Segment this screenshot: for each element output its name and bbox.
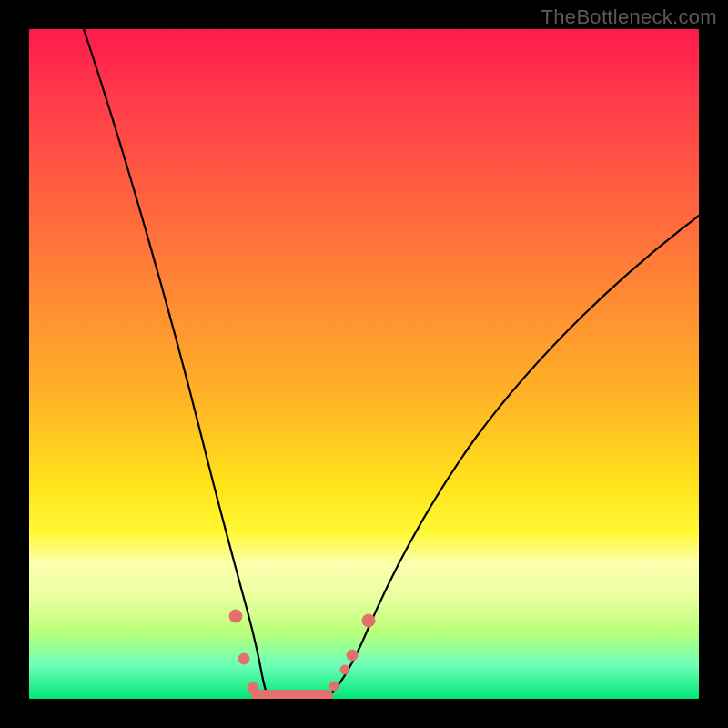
marker-point [340,665,349,674]
watermark-text: TheBottleneck.com [541,5,717,29]
marker-point [229,610,242,622]
marker-point [248,682,258,693]
marker-point [347,650,358,661]
plot-area [29,29,699,699]
marker-point [329,682,339,691]
marker-point [362,614,375,627]
marker-point [238,653,249,664]
right-branch-curve [326,216,699,698]
chart-frame: TheBottleneck.com [0,0,728,728]
left-branch-curve [84,29,271,698]
curve-svg [29,29,699,699]
